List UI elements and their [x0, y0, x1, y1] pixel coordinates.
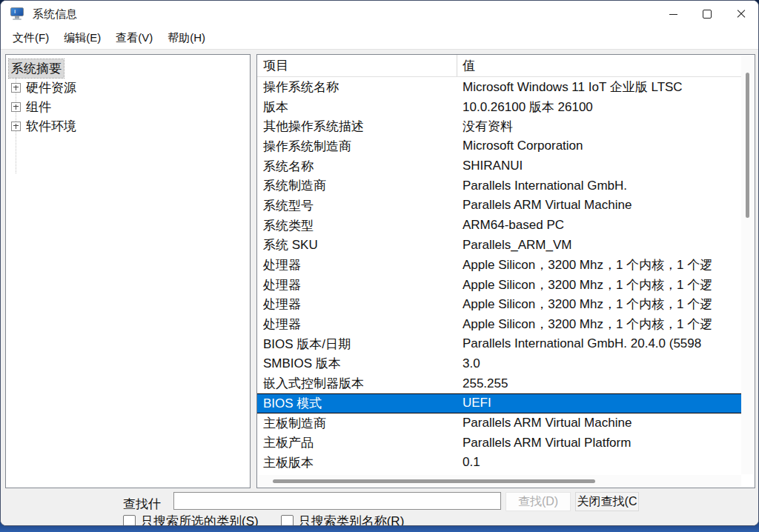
list-header: 项目 值 — [257, 55, 742, 77]
row-value-cell: Parallels ARM Virtual Machine — [457, 198, 742, 213]
column-header-value[interactable]: 值 — [457, 55, 742, 76]
tree-item[interactable]: 系统摘要 — [6, 59, 250, 78]
row-item-cell: 处理器 — [257, 296, 457, 313]
row-item-cell: 操作系统名称 — [257, 79, 457, 96]
table-row[interactable]: 嵌入式控制器版本255.255 — [257, 373, 742, 393]
row-value-cell: Apple Silicon，3200 Mhz，1 个内核，1 个逻 — [457, 276, 742, 293]
tree-item[interactable]: 硬件资源 — [6, 78, 250, 97]
minimize-button[interactable] — [656, 1, 690, 27]
expand-plus-icon[interactable] — [11, 102, 21, 112]
row-value-cell: Apple Silicon，3200 Mhz，1 个内核，1 个逻 — [457, 296, 742, 313]
row-item-cell: 主板制造商 — [257, 415, 457, 432]
maximize-icon — [703, 10, 712, 19]
tree-item-label: 硬件资源 — [24, 79, 79, 97]
maximize-button[interactable] — [690, 1, 724, 27]
row-value-cell: 没有资料 — [457, 118, 742, 135]
table-row[interactable]: 系统 SKUParallels_ARM_VM — [257, 236, 742, 256]
row-item-cell: 操作系统制造商 — [257, 138, 457, 155]
tree-item[interactable]: 组件 — [6, 97, 250, 116]
row-item-cell: 系统 SKU — [257, 236, 457, 253]
table-row[interactable]: 操作系统名称Microsoft Windows 11 IoT 企业版 LTSC — [257, 77, 742, 97]
close-icon — [737, 10, 746, 19]
row-value-cell: Microsoft Corporation — [457, 139, 742, 153]
vertical-scrollbar[interactable] — [741, 56, 754, 474]
row-item-cell: 系统型号 — [257, 197, 457, 214]
row-item-cell: SMBIOS 版本 — [257, 355, 457, 372]
category-tree: 系统摘要硬件资源组件软件环境 — [6, 55, 250, 136]
tree-item-label: 系统摘要 — [9, 59, 64, 78]
table-row[interactable]: 处理器Apple Silicon，3200 Mhz，1 个内核，1 个逻 — [257, 275, 742, 295]
row-value-cell: ARM64-based PC — [457, 218, 742, 233]
table-row[interactable]: 主板制造商Parallels ARM Virtual Machine — [257, 413, 742, 433]
row-item-cell: 其他操作系统描述 — [257, 118, 457, 135]
find-input[interactable] — [173, 492, 501, 510]
checkbox-label: 只搜索所选的类别(S) — [141, 513, 259, 526]
row-item-cell: 处理器 — [257, 316, 457, 333]
table-row[interactable]: SMBIOS 版本3.0 — [257, 354, 742, 374]
row-value-cell: Apple Silicon，3200 Mhz，1 个内核，1 个逻 — [457, 316, 742, 333]
row-item-cell: 嵌入式控制器版本 — [257, 375, 457, 392]
find-button[interactable]: 查找(D) — [506, 492, 571, 511]
find-options-row: 只搜索所选的类别(S) 只搜索类别名称(R) — [123, 513, 426, 526]
close-find-button[interactable]: 关闭查找(C — [575, 492, 639, 511]
row-item-cell: 主板版本 — [257, 454, 457, 471]
row-item-cell: 系统名称 — [257, 158, 457, 175]
tree-item-label: 软件环境 — [24, 117, 79, 136]
row-item-cell: BIOS 模式 — [257, 395, 457, 412]
table-row[interactable]: 处理器Apple Silicon，3200 Mhz，1 个内核，1 个逻 — [257, 255, 742, 275]
vertical-scrollbar-thumb[interactable] — [746, 73, 749, 218]
table-row[interactable]: 版本10.0.26100 版本 26100 — [257, 97, 742, 117]
menu-item[interactable]: 编辑(E) — [56, 28, 108, 48]
search-selected-category-checkbox[interactable]: 只搜索所选的类别(S) — [123, 513, 259, 526]
row-value-cell: Parallels International GmbH. 20.4.0 (55… — [457, 336, 742, 351]
window-title: 系统信息 — [33, 7, 77, 21]
table-row[interactable]: 系统制造商Parallels International GmbH. — [257, 176, 742, 196]
row-value-cell: 255.255 — [457, 376, 742, 391]
table-row[interactable]: 主板版本0.1 — [257, 453, 742, 473]
detail-list-panel: 项目 值 操作系统名称Microsoft Windows 11 IoT 企业版 … — [256, 54, 755, 488]
table-row[interactable]: 处理器Apple Silicon，3200 Mhz，1 个内核，1 个逻 — [257, 295, 742, 315]
menu-item[interactable]: 帮助(H) — [160, 28, 213, 48]
system-info-window: i 系统信息 文件(F)编辑(E)查看(V)帮助(H) 系统摘要硬件资源组件软件… — [0, 0, 759, 526]
expand-plus-icon[interactable] — [11, 122, 21, 131]
menu-bar: 文件(F)编辑(E)查看(V)帮助(H) — [1, 27, 758, 50]
table-row[interactable]: 系统类型ARM64-based PC — [257, 216, 742, 236]
minimize-icon — [669, 14, 677, 15]
expand-plus-icon[interactable] — [11, 83, 21, 93]
table-row[interactable]: 主板产品Parallels ARM Virtual Platform — [257, 433, 742, 453]
horizontal-scrollbar-thumb[interactable] — [273, 479, 595, 483]
row-value-cell: 3.0 — [457, 356, 742, 371]
row-value-cell: Parallels International GmbH. — [457, 179, 742, 193]
column-header-item[interactable]: 项目 — [257, 55, 457, 76]
find-what-label: 查找什 — [123, 496, 161, 513]
table-row[interactable]: BIOS 模式UEFI — [257, 393, 742, 413]
row-value-cell: 0.1 — [457, 455, 742, 470]
find-bar: 查找什 查找(D) 关闭查找(C 只搜索所选的类别(S) 只搜索类别名称(R) — [1, 488, 758, 526]
category-tree-panel: 系统摘要硬件资源组件软件环境 — [5, 54, 251, 488]
table-row[interactable]: BIOS 版本/日期Parallels International GmbH. … — [257, 334, 742, 354]
row-item-cell: 处理器 — [257, 276, 457, 293]
checkbox-icon[interactable] — [123, 515, 136, 526]
row-value-cell: 10.0.26100 版本 26100 — [457, 99, 742, 116]
table-row[interactable]: 系统型号Parallels ARM Virtual Machine — [257, 196, 742, 216]
row-item-cell: 系统制造商 — [257, 177, 457, 194]
table-row[interactable]: 其他操作系统描述没有资料 — [257, 116, 742, 136]
horizontal-scrollbar[interactable] — [258, 475, 741, 487]
checkbox-icon[interactable] — [281, 515, 294, 526]
tree-item[interactable]: 软件环境 — [6, 116, 250, 136]
checkbox-label: 只搜索类别名称(R) — [299, 513, 405, 526]
table-row[interactable]: 操作系统制造商Microsoft Corporation — [257, 136, 742, 156]
menu-item[interactable]: 查看(V) — [108, 28, 160, 48]
tree-item-label: 组件 — [24, 98, 53, 116]
table-row[interactable]: 处理器Apple Silicon，3200 Mhz，1 个内核，1 个逻 — [257, 314, 742, 334]
row-item-cell: 版本 — [257, 99, 457, 116]
row-value-cell: Apple Silicon，3200 Mhz，1 个内核，1 个逻 — [457, 256, 742, 273]
list-body: 操作系统名称Microsoft Windows 11 IoT 企业版 LTSC版… — [257, 77, 742, 473]
row-item-cell: 系统类型 — [257, 217, 457, 234]
table-row[interactable]: 系统名称SHIRANUI — [257, 156, 742, 176]
search-category-names-checkbox[interactable]: 只搜索类别名称(R) — [281, 513, 405, 526]
row-item-cell: 主板产品 — [257, 434, 457, 451]
close-button[interactable] — [724, 1, 758, 27]
menu-item[interactable]: 文件(F) — [5, 28, 56, 48]
row-item-cell: 处理器 — [257, 256, 457, 273]
